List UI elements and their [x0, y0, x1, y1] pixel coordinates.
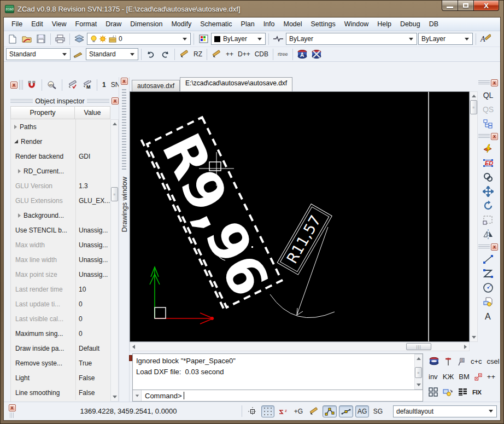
draw-mode-toggle[interactable]: [307, 405, 320, 417]
menu-debug[interactable]: Debug: [396, 18, 425, 31]
shape-move-button[interactable]: [443, 388, 453, 397]
ag-toggle[interactable]: AG: [355, 405, 369, 417]
drawing-canvas[interactable]: R9,96: [130, 91, 470, 342]
menu-draw[interactable]: Draw: [101, 18, 126, 31]
new-file-button[interactable]: [6, 32, 19, 45]
property-value[interactable]: [75, 208, 110, 223]
property-value[interactable]: 10: [75, 282, 110, 297]
menu-file[interactable]: File: [7, 18, 27, 31]
otrack-toggle[interactable]: [339, 405, 353, 417]
draw-circle-button[interactable]: [481, 281, 496, 295]
scroll-up-button[interactable]: [111, 120, 118, 128]
close-button[interactable]: X: [474, 1, 499, 11]
property-value[interactable]: Unassig...: [75, 237, 110, 252]
inspector-titlebar[interactable]: Object inspector x: [10, 96, 119, 106]
rtree-button[interactable]: rtree: [276, 51, 290, 57]
move-button[interactable]: [481, 184, 496, 199]
open-file-button[interactable]: [20, 32, 33, 45]
canvas-horizontal-scrollbar[interactable]: |||: [130, 342, 470, 351]
tab-autosave-path[interactable]: E:\zcad\cad\autosave\autosave.dxf: [180, 77, 292, 91]
property-value[interactable]: False: [75, 370, 110, 385]
inspector-row[interactable]: LightFalse: [11, 370, 110, 385]
inspector-row[interactable]: Max point sizeUnassig...: [11, 267, 110, 282]
menu-info[interactable]: Info: [259, 18, 279, 31]
property-value[interactable]: [75, 119, 110, 134]
command-history-button[interactable]: [133, 390, 142, 401]
title-bar[interactable]: zcad ZCad v0.9.8 Revision SVN:1375 - [E:…: [1, 1, 503, 17]
inspector-row[interactable]: Draw inside pa...Default: [11, 341, 110, 356]
csel-button[interactable]: csel: [487, 357, 500, 365]
inspector-row[interactable]: Background...: [11, 208, 110, 223]
property-value[interactable]: Unassig...: [75, 223, 110, 237]
close-toolbar-button[interactable]: x: [491, 79, 498, 86]
dimstyle-select[interactable]: Standard: [86, 48, 138, 60]
draw-polyline-button[interactable]: [481, 266, 496, 281]
strip-grip[interactable]: [122, 89, 126, 171]
inspector-row[interactable]: Max widthUnassig...: [11, 237, 110, 252]
scrollbar-thumb[interactable]: |||: [406, 343, 431, 350]
property-value[interactable]: 0: [75, 326, 110, 341]
quick-layers-button[interactable]: QL: [481, 88, 496, 102]
scrollbar-thumb[interactable]: ≡: [415, 367, 422, 378]
structure-tree-button[interactable]: [481, 117, 496, 131]
property-value[interactable]: GLU_EX...: [75, 193, 110, 208]
value-column-header[interactable]: Value: [75, 106, 110, 119]
property-value[interactable]: 0: [75, 311, 110, 326]
property-value[interactable]: [75, 164, 110, 178]
menu-help[interactable]: Help: [373, 18, 396, 31]
property-value[interactable]: True: [75, 356, 110, 370]
inspector-row[interactable]: Max line widthUnassig...: [11, 252, 110, 267]
draw-line-button[interactable]: [481, 252, 496, 266]
inspector-row[interactable]: Remove syste...True: [11, 356, 110, 370]
grid-blocks-button[interactable]: [429, 387, 438, 397]
table-button[interactable]: [458, 388, 467, 396]
property-value[interactable]: Unassig...: [75, 267, 110, 282]
menu-window[interactable]: Window: [340, 18, 373, 31]
link-button[interactable]: [481, 170, 496, 184]
layers-button[interactable]: [73, 32, 86, 45]
menu-db[interactable]: DB: [425, 18, 443, 31]
snap-1-button[interactable]: 1: [101, 81, 108, 89]
inspector-row[interactable]: GLU ExtensionsGLU_EX...: [11, 193, 110, 208]
inspector-row[interactable]: Render backendGDI: [11, 149, 110, 164]
command-line[interactable]: Command>: [132, 390, 423, 402]
bm-button[interactable]: BM: [459, 373, 470, 381]
layout-select[interactable]: defaultlayout: [393, 405, 497, 417]
toolbar-grip[interactable]: [478, 245, 490, 249]
edit-m-button[interactable]: M: [80, 78, 93, 91]
scrollbar-thumb[interactable]: ≡: [111, 187, 118, 201]
menu-plan[interactable]: Plan: [237, 18, 259, 31]
fix-button[interactable]: FIX: [472, 389, 481, 396]
menu-format[interactable]: Format: [71, 18, 102, 31]
grid-toggle[interactable]: [261, 405, 274, 417]
minimize-button[interactable]: [442, 1, 458, 11]
plusplus2-button[interactable]: ++: [487, 373, 495, 381]
find-text-button[interactable]: abc: [45, 78, 58, 91]
textstyle-select[interactable]: Standard: [6, 48, 71, 60]
inspector-scrollbar[interactable]: ≡: [110, 119, 119, 402]
tree-expand-icon[interactable]: [18, 213, 21, 218]
menu-modify[interactable]: Modify: [167, 18, 196, 31]
menu-model[interactable]: Model: [279, 18, 306, 31]
toolbar-grip[interactable]: [478, 80, 490, 85]
rz-label[interactable]: RZ: [192, 50, 204, 58]
close-toolbar-button[interactable]: x: [491, 133, 498, 140]
menu-schematic[interactable]: Schematic: [196, 18, 236, 31]
inspector-row[interactable]: Paths: [11, 119, 110, 134]
scroll-down-button[interactable]: [111, 393, 118, 401]
color-palette-button[interactable]: [197, 32, 210, 45]
layer-select[interactable]: 0: [87, 33, 191, 45]
lineweight-select[interactable]: ByLayer: [418, 33, 473, 45]
property-value[interactable]: Unassig...: [75, 252, 110, 267]
red-blocks-button[interactable]: [474, 373, 482, 381]
close-statusbar-button[interactable]: x: [9, 404, 16, 411]
fast-edit-button[interactable]: [481, 142, 496, 156]
cdb-button[interactable]: CDB: [253, 50, 270, 58]
redo-button[interactable]: [159, 48, 172, 61]
draw-text-button[interactable]: A: [481, 309, 496, 323]
scroll-left-button[interactable]: [130, 342, 137, 351]
inspector-row[interactable]: GLU Version1.3: [11, 178, 110, 193]
save-button[interactable]: [34, 32, 48, 45]
menu-dimension[interactable]: Dimension: [126, 18, 167, 31]
maximize-button[interactable]: [458, 1, 474, 11]
